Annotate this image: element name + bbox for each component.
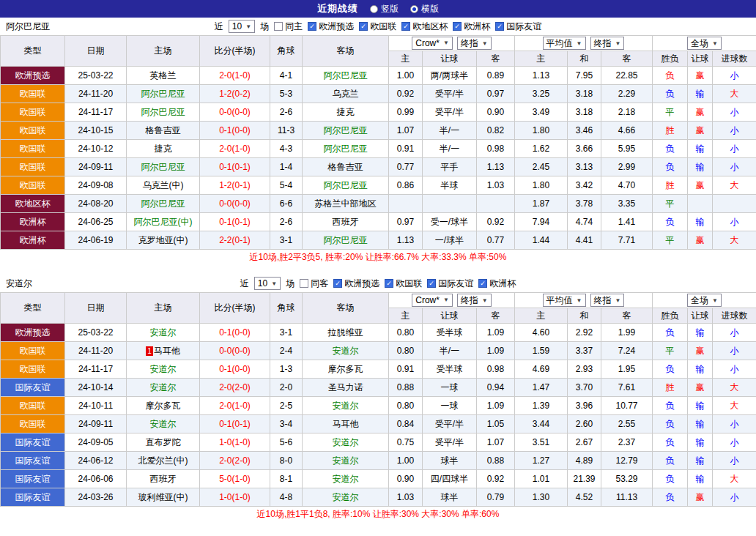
- checkbox-icon[interactable]: [300, 279, 308, 288]
- filter-competition[interactable]: ✓欧国联: [385, 278, 422, 290]
- asia-odds-cell: 球半: [423, 488, 477, 507]
- euro-final-odds-select[interactable]: 终指▼: [590, 37, 625, 50]
- asia-odds-cell: 受平/半: [423, 103, 477, 122]
- asia-final-odds-select[interactable]: 终指▼: [457, 294, 492, 307]
- filter-competition[interactable]: ✓国际友谊: [495, 21, 541, 33]
- euro-average-select[interactable]: 平均值▼: [543, 37, 586, 50]
- match-count-select[interactable]: 10▼: [254, 277, 281, 290]
- chevron-down-icon: ▼: [577, 297, 582, 304]
- match-date: 24-09-08: [65, 176, 127, 195]
- asia-odds-cell: 一球: [423, 379, 477, 397]
- filter-same-venue[interactable]: 同主: [274, 21, 303, 33]
- home-team: 阿尔巴尼亚: [127, 85, 200, 103]
- result-cell: 大: [713, 379, 756, 397]
- team-text: 摩尔多瓦: [328, 364, 363, 374]
- team-text: 马耳他: [154, 346, 180, 356]
- euro-odds-cell: 3.25: [515, 85, 568, 103]
- match-count-select[interactable]: 10▼: [229, 20, 255, 33]
- match-date: 25-03-22: [65, 67, 127, 85]
- score-halftime: 2-2(0-1): [200, 231, 270, 250]
- filter-competition[interactable]: ✓欧洲预选: [333, 278, 379, 290]
- column-header: 客场: [303, 293, 389, 324]
- filter-bar: 近10▼场同客✓欧洲预选✓欧国联✓国际友谊✓欧洲杯: [0, 275, 756, 292]
- competition-badge: 欧洲杯: [1, 213, 65, 231]
- asia-odds-cell: 受平/半: [423, 433, 477, 452]
- checkbox-icon[interactable]: [274, 22, 283, 31]
- checkbox-icon[interactable]: ✓: [401, 22, 410, 31]
- checkbox-label: 欧洲预选: [344, 278, 379, 290]
- checkbox-label: 同客: [311, 278, 328, 290]
- score-halftime: 1-2(0-2): [200, 85, 270, 103]
- radio-selected-icon[interactable]: [410, 5, 418, 13]
- checkbox-label: 同主: [285, 21, 303, 33]
- corner-count: 8-1: [270, 470, 303, 488]
- euro-final-odds-select[interactable]: 终指▼: [590, 294, 625, 307]
- result-cell: 平: [653, 231, 688, 250]
- away-team: 苏格兰中部地区: [303, 195, 389, 213]
- asia-odds-cell: 1.00: [389, 67, 423, 85]
- team-text: 格鲁吉亚: [146, 125, 181, 135]
- euro-odds-cell: 2.60: [568, 415, 601, 433]
- filter-competition[interactable]: ✓欧洲杯: [453, 21, 490, 33]
- match-row: 国际友谊24-10-14安道尔2-0(2-0)2-0圣马力诺0.88一球0.94…: [1, 379, 756, 397]
- match-row: 欧地区杯24-08-20阿尔巴尼亚0-0(0-0)6-6苏格兰中部地区1.873…: [1, 195, 756, 213]
- team-text: 直布罗陀: [146, 437, 181, 447]
- checkbox-icon[interactable]: ✓: [308, 22, 316, 31]
- filter-competition[interactable]: ✓欧洲杯: [478, 278, 516, 290]
- euro-average-select[interactable]: 平均值▼: [543, 294, 586, 307]
- filter-competition[interactable]: ✓欧地区杯: [401, 21, 448, 33]
- asia-odds-cell: 0.92: [389, 85, 423, 103]
- filter-competition[interactable]: ✓国际友谊: [427, 278, 473, 290]
- radio-unselected-icon[interactable]: [370, 5, 378, 13]
- score-halftime: 0-1(0-1): [200, 158, 270, 176]
- bookmaker-select[interactable]: Crow*▼: [412, 294, 453, 307]
- euro-odds-select-group: 平均值▼终指▼: [515, 36, 653, 51]
- radio-label-vertical[interactable]: 竖版: [381, 3, 399, 15]
- checkbox-icon[interactable]: ✓: [359, 22, 368, 31]
- match-row: 欧洲预选25-03-22英格兰2-0(1-0)4-1阿尔巴尼亚1.00两/两球半…: [1, 67, 756, 85]
- full-match-select[interactable]: 全场▼: [687, 294, 722, 307]
- team-text: 乌克兰: [333, 89, 359, 99]
- sub-column-header: 进球数: [713, 308, 756, 324]
- team-text: 阿尔巴尼亚: [324, 70, 368, 81]
- checkbox-icon[interactable]: ✓: [453, 22, 462, 31]
- bookmaker-select[interactable]: Crow*▼: [412, 37, 453, 50]
- radio-label-horizontal[interactable]: 横版: [421, 3, 439, 15]
- result-cell: 大: [713, 176, 756, 195]
- asia-final-odds-select[interactable]: 终指▼: [457, 37, 492, 50]
- asia-odds-cell: 受一/球半: [423, 213, 477, 231]
- euro-odds-cell: 2.55: [601, 415, 653, 433]
- checkbox-label: 欧国联: [370, 21, 396, 33]
- red-card-badge: 1: [146, 346, 153, 356]
- select-value: Crow*: [415, 295, 440, 305]
- filter-competition[interactable]: ✓欧国联: [359, 21, 396, 33]
- asia-odds-select-group: Crow*▼终指▼: [389, 36, 515, 51]
- column-header: 主场: [127, 293, 200, 324]
- asia-odds-cell: 1.03: [389, 488, 423, 507]
- filter-same-venue[interactable]: 同客: [300, 278, 328, 290]
- asia-odds-cell: 半/一: [423, 122, 477, 140]
- layout-option-horizontal[interactable]: 横版: [410, 3, 439, 15]
- asia-odds-cell: 0.91: [389, 140, 423, 158]
- asia-odds-cell: 0.92: [477, 213, 515, 231]
- asia-odds-cell: 0.94: [477, 379, 515, 397]
- checkbox-icon[interactable]: ✓: [427, 279, 436, 288]
- layout-option-vertical[interactable]: 竖版: [370, 3, 399, 15]
- result-cell: 小: [713, 140, 756, 158]
- team-text: 格鲁吉亚: [328, 162, 363, 172]
- checkbox-icon[interactable]: ✓: [333, 279, 342, 288]
- result-cell: 平: [653, 103, 688, 122]
- team-text: 苏格兰中部地区: [315, 198, 377, 209]
- chevron-down-icon: ▼: [443, 297, 449, 303]
- match-date: 24-09-05: [65, 433, 127, 452]
- euro-odds-cell: 3.78: [568, 195, 601, 213]
- euro-odds-cell: 22.85: [601, 67, 653, 85]
- checkbox-icon[interactable]: ✓: [495, 22, 504, 31]
- checkbox-icon[interactable]: ✓: [385, 279, 393, 288]
- near-label: 近: [240, 278, 249, 290]
- euro-odds-cell: 11.13: [601, 488, 653, 507]
- checkbox-icon[interactable]: ✓: [478, 279, 487, 288]
- filter-competition[interactable]: ✓欧洲预选: [308, 21, 354, 33]
- select-value: Crow*: [415, 38, 440, 48]
- full-match-select[interactable]: 全场▼: [687, 37, 722, 50]
